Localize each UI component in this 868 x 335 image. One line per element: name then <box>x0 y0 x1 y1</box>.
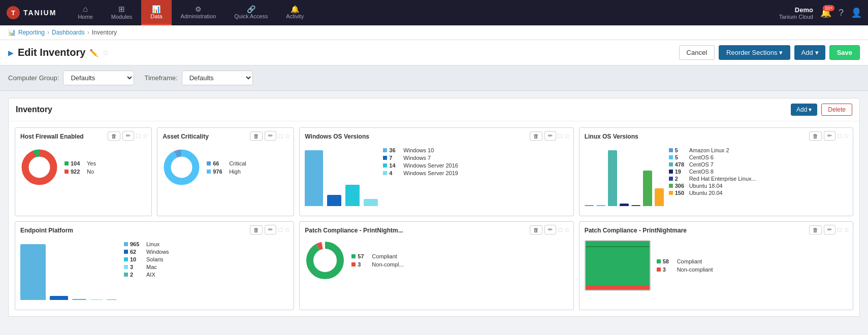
card-edit-btn-1[interactable]: ✏ <box>122 131 134 141</box>
add-button[interactable]: Add ▾ <box>794 45 825 60</box>
ep-item-4: 3 Mac <box>124 264 169 270</box>
nav-item-modules[interactable]: ⊞ Modules <box>102 0 142 25</box>
notification-btn[interactable]: 🔔 10+ <box>820 7 831 18</box>
nav-item-quickaccess[interactable]: 🔗 Quick Access <box>225 0 277 25</box>
nav-label-data: Data <box>150 13 162 19</box>
card-tools-4: 🗑 ✏ □ ☆ <box>809 131 850 141</box>
card-trash-btn-4[interactable]: 🗑 <box>809 131 822 141</box>
card-tools-1: 🗑 ✏ □ ☆ <box>108 131 148 141</box>
expand-icon[interactable]: ▶ <box>8 49 14 57</box>
nav-label-administration: Administration <box>181 13 216 19</box>
card-bookmark-icon-4[interactable]: □ <box>838 132 842 140</box>
firewall-no-count: 922 <box>71 169 85 175</box>
inventory-section: Inventory Add ▾ Delete 🗑 ✏ □ ☆ Hos <box>8 98 860 317</box>
card-trash-btn-2[interactable]: 🗑 <box>250 131 263 141</box>
card-trash-btn-6[interactable]: 🗑 <box>530 225 542 234</box>
add-label: Add <box>801 49 813 56</box>
svg-point-7 <box>172 157 192 178</box>
card-content-2: 66 Critical 976 High <box>163 148 288 186</box>
section-actions: Add ▾ Delete <box>791 104 852 116</box>
card-edit-btn-5[interactable]: ✏ <box>265 225 276 234</box>
edit-icon[interactable]: ✏️ <box>89 49 98 57</box>
home-icon: ⌂ <box>83 5 88 14</box>
breadcrumb-current: Inventory <box>92 29 117 36</box>
firewall-yes-label: Yes <box>87 160 96 166</box>
card-star-icon-1[interactable]: ☆ <box>142 132 148 140</box>
tanium-logo-icon: T <box>6 6 20 20</box>
user-btn[interactable]: 👤 <box>851 7 862 18</box>
card-star-icon-2[interactable]: ☆ <box>284 132 291 140</box>
page-header: ▶ Edit Inventory ✏️ ☆ Cancel Reorder Sec… <box>0 40 868 65</box>
nav-item-activity[interactable]: 🔔 Activity <box>277 0 313 25</box>
nav-item-data[interactable]: 📊 Data <box>141 0 171 25</box>
patch-legend: 58 Compliant 3 Non-compliant <box>657 258 713 273</box>
card-tools-3: 🗑 ✏ □ ☆ <box>530 131 570 141</box>
endpoint-platform-card: 🗑 ✏ □ ☆ Endpoint Platform <box>15 221 294 310</box>
card-edit-btn-2[interactable]: ✏ <box>265 131 276 141</box>
card-trash-btn-3[interactable]: 🗑 <box>530 131 542 141</box>
section-add-button[interactable]: Add ▾ <box>791 104 817 116</box>
card-bookmark-icon-6[interactable]: □ <box>558 226 562 233</box>
timeframe-select[interactable]: Defaults <box>182 71 253 85</box>
windows-bar-chart <box>305 145 378 206</box>
help-btn[interactable]: ? <box>839 8 844 18</box>
card-title-7: Patch Compliance - PrintNightmare <box>585 227 848 234</box>
ep-bar-2 <box>50 296 68 300</box>
section-delete-button[interactable]: Delete <box>821 104 852 116</box>
linux-item-7: 150 Ubuntu 20.04 <box>669 190 756 196</box>
card-star-icon-5[interactable]: ☆ <box>284 226 291 233</box>
ep-bar-1 <box>20 244 46 300</box>
asset-legend: 66 Critical 976 High <box>207 160 246 175</box>
card-star-icon-6[interactable]: ☆ <box>564 226 570 233</box>
card-trash-btn-5[interactable]: 🗑 <box>250 225 263 234</box>
endpoint-chart-container: 965 Linux 62 Windows 10 Solaris <box>20 239 288 300</box>
card-edit-btn-7[interactable]: ✏ <box>824 225 835 234</box>
patch-comp-item: 58 Compliant <box>657 258 713 264</box>
card-star-icon-3[interactable]: ☆ <box>564 132 570 140</box>
card-edit-btn-4[interactable]: ✏ <box>824 131 835 141</box>
page-title: Edit Inventory <box>18 47 85 58</box>
card-edit-btn-3[interactable]: ✏ <box>544 131 556 141</box>
card-trash-btn-7[interactable]: 🗑 <box>809 225 822 234</box>
patch-trunc-donut-svg <box>305 240 345 281</box>
card-bookmark-icon-3[interactable]: □ <box>558 132 562 140</box>
card-star-icon-4[interactable]: ☆ <box>844 132 850 140</box>
asset-criticality-card: 🗑 ✏ □ ☆ Asset Criticality <box>157 127 294 216</box>
svg-point-10 <box>314 249 336 272</box>
card-edit-btn-6[interactable]: ✏ <box>544 225 556 234</box>
star-icon[interactable]: ☆ <box>102 48 109 57</box>
linux-item-3: 478 CentOS 7 <box>669 161 756 168</box>
card-bookmark-icon-7[interactable]: □ <box>838 226 842 233</box>
patch-trunc-legend: 57 Compliant 3 Non-compl... <box>351 253 403 267</box>
card-bookmark-icon-5[interactable]: □ <box>278 226 282 233</box>
asset-donut <box>163 148 201 186</box>
add-chevron: ▾ <box>815 49 819 56</box>
linux-os-card: 🗑 ✏ □ ☆ Linux OS Versions <box>579 127 853 216</box>
ep-bar-3 <box>72 299 86 300</box>
card-bookmark-icon-1[interactable]: □ <box>136 132 140 140</box>
cancel-button[interactable]: Cancel <box>679 45 715 60</box>
administration-icon: ⚙ <box>195 5 202 13</box>
ep-bar-4 <box>90 299 103 300</box>
linux-item-1: 5 Amazon Linux 2 <box>669 147 756 153</box>
save-button[interactable]: Save <box>829 45 860 60</box>
tanium-logo[interactable]: T TANIUM <box>6 6 56 20</box>
card-star-icon-7[interactable]: ☆ <box>844 226 850 233</box>
computer-group-label: Computer Group: <box>8 74 59 82</box>
nav-item-home[interactable]: ⌂ Home <box>69 0 102 25</box>
user-subtitle: Tanium Cloud <box>779 14 813 20</box>
reorder-sections-button[interactable]: Reorder Sections ▾ <box>719 45 790 60</box>
card-bookmark-icon-2[interactable]: □ <box>278 132 282 140</box>
asset-critical-item: 66 Critical <box>207 160 246 166</box>
windows-legend: 36 Windows 10 7 Windows 7 14 Windows Ser… <box>383 145 458 176</box>
timeframe-label: Timeframe: <box>144 74 177 82</box>
breadcrumb: 📊 Reporting › Dashboards › Inventory <box>0 25 868 40</box>
nav-item-administration[interactable]: ⚙ Administration <box>172 0 226 25</box>
breadcrumb-dashboards[interactable]: Dashboards <box>52 29 85 36</box>
computer-group-select[interactable]: Defaults <box>63 71 134 85</box>
breadcrumb-reporting[interactable]: Reporting <box>18 29 45 36</box>
card-trash-btn-1[interactable]: 🗑 <box>108 131 120 141</box>
patch-content: 58 Compliant 3 Non-compliant <box>585 240 848 291</box>
linux-bar-1 <box>585 205 594 206</box>
asset-high-count: 976 <box>213 169 227 175</box>
